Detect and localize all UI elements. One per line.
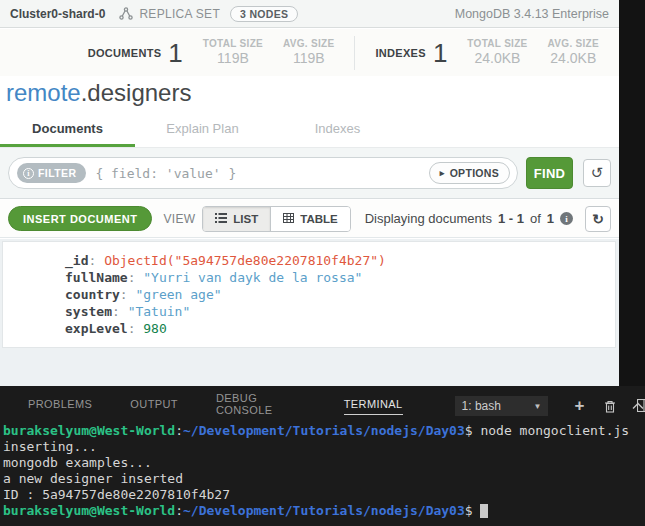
- collection-tabbar: DocumentsExplain PlanIndexes: [0, 112, 619, 148]
- terminal-line: burakselyum@West-World:~/Development/Tut…: [3, 423, 645, 439]
- panel-tab-terminal[interactable]: TERMINAL: [344, 398, 403, 415]
- filter-info-icon: i: [23, 168, 34, 179]
- panel-tab-problems[interactable]: PROBLEMS: [28, 398, 92, 414]
- tab-explain-plan[interactable]: Explain Plan: [135, 112, 270, 147]
- stat-count: INDEXES1: [375, 40, 447, 66]
- list-icon: [215, 213, 227, 225]
- terminal-output[interactable]: burakselyum@West-World:~/Development/Tut…: [3, 423, 645, 519]
- vscode-panel: PROBLEMSOUTPUTDEBUG CONSOLETERMINAL 1: b…: [0, 386, 645, 526]
- document-actionbar: INSERT DOCUMENT VIEW LIST TABLE Display: [0, 200, 619, 238]
- options-button[interactable]: ▸ OPTIONS: [429, 162, 510, 184]
- view-table-button[interactable]: TABLE: [270, 207, 349, 231]
- document-field-row[interactable]: country: "green age": [65, 286, 615, 303]
- document-card[interactable]: _id: ObjectId("5a94757de80e2207810f4b27"…: [2, 241, 616, 348]
- view-label: VIEW: [163, 212, 195, 226]
- screen: Cluster0-shard-0 REPLICA SET 3 NODES Mon…: [0, 0, 645, 526]
- terminal-line: burakselyum@West-World:~/Development/Tut…: [3, 503, 645, 519]
- cluster-name: Cluster0-shard-0: [10, 7, 105, 21]
- new-terminal-button[interactable]: +: [572, 398, 586, 414]
- cluster-topbar: Cluster0-shard-0 REPLICA SET 3 NODES Mon…: [0, 0, 619, 28]
- insert-document-button[interactable]: INSERT DOCUMENT: [8, 206, 152, 231]
- collection-stats: DOCUMENTS1TOTAL SIZE119BAVG. SIZE119BIND…: [0, 29, 619, 76]
- view-table-label: TABLE: [300, 213, 337, 225]
- field-value: "Yurri van dayk de la rossa": [143, 270, 362, 285]
- tab-documents[interactable]: Documents: [0, 112, 135, 147]
- field-key: country: [65, 287, 120, 302]
- document-field-row[interactable]: fullName: "Yurri van dayk de la rossa": [65, 269, 615, 286]
- find-button[interactable]: FIND: [526, 157, 573, 189]
- terminal-text: a new designer inserted: [3, 471, 183, 486]
- stat-metric-value: 24.0KB: [550, 50, 596, 68]
- stat-metric-value: 119B: [217, 50, 249, 68]
- refresh-button[interactable]: ↻: [585, 206, 611, 232]
- displaying-total: 1: [547, 211, 554, 226]
- field-key: system: [65, 304, 112, 319]
- refresh-icon: ↻: [592, 211, 604, 227]
- document-field-row[interactable]: _id: ObjectId("5a94757de80e2207810f4b27"…: [65, 252, 615, 269]
- field-value: 980: [143, 321, 166, 336]
- displaying-status: Displaying documents 1 - 1 of 1 i ↻: [365, 206, 611, 232]
- namespace-db: remote: [6, 79, 81, 106]
- stat-metric-value: 119B: [293, 50, 325, 68]
- field-key: _id: [65, 253, 88, 268]
- terminal-cursor: [480, 504, 488, 518]
- terminal-text: mongodb examples...: [3, 455, 152, 470]
- terminal-line: ID : 5a94757de80e2207810f4b27: [3, 487, 645, 503]
- info-icon[interactable]: i: [560, 212, 573, 225]
- stat-metric: TOTAL SIZE24.0KB: [467, 38, 527, 68]
- split-terminal-button[interactable]: [636, 397, 645, 413]
- stat-metric-label: AVG. SIZE: [283, 38, 334, 51]
- mongodb-version: MongoDB 3.4.13 Enterprise: [455, 7, 609, 21]
- document-field-row[interactable]: system: "Tatuin": [65, 303, 615, 320]
- history-icon: ↺: [591, 164, 604, 182]
- panel-tabbar: PROBLEMSOUTPUTDEBUG CONSOLETERMINAL 1: b…: [0, 392, 645, 420]
- terminal-text: inserting...: [3, 439, 97, 454]
- tab-indexes[interactable]: Indexes: [270, 112, 405, 147]
- displaying-of: of: [530, 211, 541, 226]
- filter-input[interactable]: i FILTER { field: 'value' } ▸ OPTIONS: [8, 157, 518, 189]
- panel-tab-output[interactable]: OUTPUT: [130, 398, 178, 414]
- stat-metric-label: TOTAL SIZE: [203, 38, 263, 51]
- panel-tab-debug-console[interactable]: DEBUG CONSOLE: [216, 392, 306, 420]
- displaying-prefix: Displaying documents: [365, 211, 492, 226]
- document-list-area: _id: ObjectId("5a94757de80e2207810f4b27"…: [0, 239, 619, 386]
- filter-badge-label: FILTER: [38, 167, 76, 179]
- kill-terminal-button[interactable]: [603, 398, 617, 414]
- replica-set-label: REPLICA SET: [139, 7, 220, 21]
- terminal-text: :: [175, 423, 183, 438]
- field-key: expLevel: [65, 321, 128, 336]
- compass-window: Cluster0-shard-0 REPLICA SET 3 NODES Mon…: [0, 0, 619, 386]
- filter-placeholder: { field: 'value' }: [95, 166, 236, 181]
- terminal-text: burakselyum@West-World: [3, 423, 175, 438]
- filter-badge: i FILTER: [17, 163, 86, 183]
- query-history-button[interactable]: ↺: [583, 159, 611, 187]
- stat-label: DOCUMENTS: [88, 47, 162, 59]
- terminal-text: burakselyum@West-World: [3, 503, 175, 518]
- filter-bar: i FILTER { field: 'value' } ▸ OPTIONS FI…: [0, 148, 619, 199]
- namespace-collection: .designers: [81, 79, 192, 106]
- terminal-text: ~/Development/Tutorials/nodejs/Day03: [183, 423, 465, 438]
- stat-label: INDEXES: [375, 47, 425, 59]
- nodes-badge: 3 NODES: [230, 6, 298, 22]
- terminal-line: inserting...: [3, 439, 645, 455]
- options-label: OPTIONS: [450, 167, 499, 179]
- stat-metric-value: 24.0KB: [474, 50, 520, 68]
- stat-count: DOCUMENTS1: [88, 40, 183, 66]
- view-list-button[interactable]: LIST: [203, 207, 270, 231]
- replica-set-icon: [119, 7, 133, 20]
- namespace-title: remote.designers: [0, 76, 619, 112]
- shell-selector[interactable]: 1: bash ▼: [455, 396, 549, 416]
- view-toggle: LIST TABLE: [202, 206, 350, 232]
- terminal-line: mongodb examples...: [3, 455, 645, 471]
- terminal-text: $ node mongoclient.js: [465, 423, 629, 438]
- document-field-row[interactable]: expLevel: 980: [65, 320, 615, 337]
- field-key: fullName: [65, 270, 128, 285]
- stat-value: 1: [168, 40, 182, 66]
- stat-metric-label: AVG. SIZE: [548, 38, 599, 51]
- stats-divider: [354, 36, 355, 70]
- stat-metric: AVG. SIZE24.0KB: [548, 38, 599, 68]
- chevron-down-icon: ▼: [534, 402, 542, 411]
- stat-metric: TOTAL SIZE119B: [203, 38, 263, 68]
- view-list-label: LIST: [233, 213, 258, 225]
- shell-selected-value: 1: bash: [462, 399, 501, 413]
